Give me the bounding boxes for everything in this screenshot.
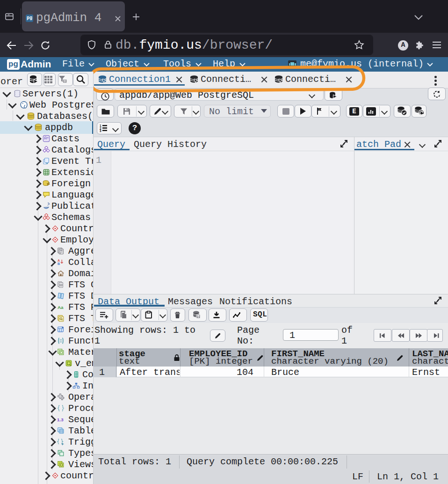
svg-text:1.3: 1.3 xyxy=(57,417,64,422)
svg-text:3: 3 xyxy=(100,129,101,132)
svg-text:Aa: Aa xyxy=(58,305,64,310)
svg-text:B: B xyxy=(58,262,60,266)
svg-text:1: 1 xyxy=(318,108,320,111)
